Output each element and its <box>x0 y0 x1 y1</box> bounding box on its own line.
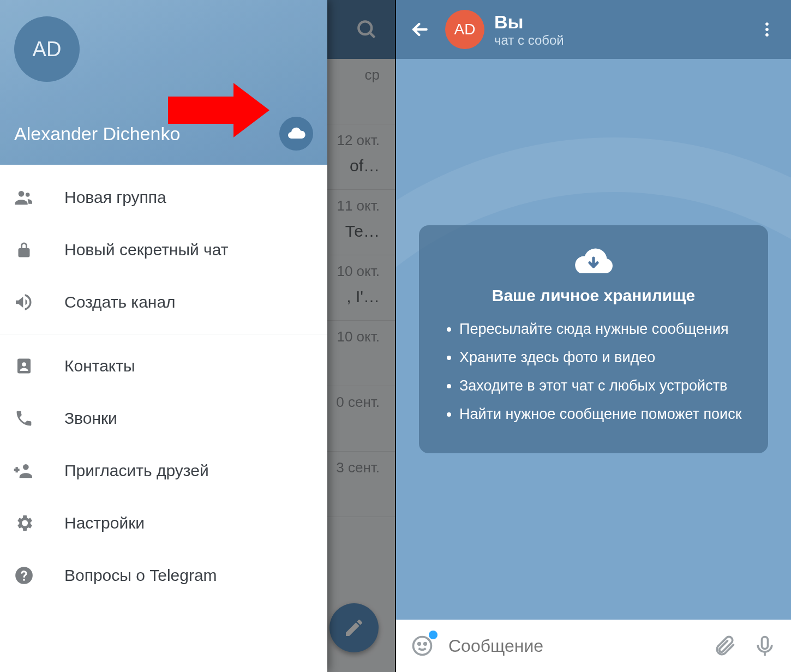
chat-header: AD Вы чат с собой <box>396 0 791 59</box>
right-panel: AD Вы чат с собой Ваше личное хранилище … <box>396 0 791 672</box>
svg-rect-15 <box>762 637 768 649</box>
attach-button[interactable] <box>710 632 739 660</box>
emoji-button[interactable] <box>408 632 436 660</box>
more-vert-icon <box>758 20 776 39</box>
help-icon <box>12 565 36 586</box>
menu-label: Настройки <box>64 514 145 532</box>
svg-point-11 <box>765 33 769 37</box>
menu-label: Пригласить друзей <box>64 461 209 480</box>
svg-point-2 <box>19 191 25 197</box>
menu-invite[interactable]: Пригласить друзей <box>0 445 327 497</box>
menu-secret-chat[interactable]: Новый секретный чат <box>0 224 327 276</box>
storage-tip: Заходите в этот чат с любых устройств <box>459 375 746 398</box>
group-icon <box>12 187 36 208</box>
svg-point-6 <box>23 464 29 470</box>
lock-icon <box>12 240 36 260</box>
invite-icon <box>12 460 36 482</box>
megaphone-icon <box>12 291 36 313</box>
notification-dot <box>429 631 438 639</box>
svg-point-9 <box>765 22 769 26</box>
menu-contacts[interactable]: Контакты <box>0 340 327 392</box>
back-button[interactable] <box>405 14 435 45</box>
drawer-menu: Новая группа Новый секретный чат Создать… <box>0 165 327 672</box>
chat-avatar[interactable]: AD <box>445 10 484 49</box>
avatar-initials: AD <box>454 21 476 38</box>
menu-calls[interactable]: Звонки <box>0 392 327 445</box>
divider <box>0 334 327 334</box>
navigation-drawer: AD Alexander Dichenko Новая группа <box>0 0 327 672</box>
storage-tip: Найти нужное сообщение поможет поиск <box>459 403 746 426</box>
storage-info-card: Ваше личное хранилище Пересылайте сюда н… <box>419 225 768 453</box>
menu-label: Звонки <box>64 409 117 428</box>
drawer-header: AD Alexander Dichenko <box>0 0 327 165</box>
menu-label: Новый секретный чат <box>64 241 228 259</box>
mic-icon <box>753 634 777 658</box>
mic-button[interactable] <box>751 632 779 660</box>
left-panel: ср 12 окт.of… 11 окт.Те… 10 окт., I'… 10… <box>0 0 395 672</box>
menu-new-group[interactable]: Новая группа <box>0 171 327 224</box>
avatar[interactable]: AD <box>14 16 80 82</box>
menu-faq[interactable]: Вопросы о Telegram <box>0 549 327 602</box>
menu-label: Создать канал <box>64 293 176 311</box>
svg-point-3 <box>26 193 30 197</box>
phone-icon <box>12 409 36 428</box>
annotation-arrow <box>168 83 269 137</box>
message-input-bar <box>396 620 791 672</box>
arrow-left-icon <box>409 19 431 40</box>
contacts-icon <box>12 356 36 376</box>
chat-body: Ваше личное хранилище Пересылайте сюда н… <box>396 59 791 620</box>
storage-tip: Храните здесь фото и видео <box>459 346 746 369</box>
storage-title: Ваше личное хранилище <box>441 286 746 305</box>
chat-title: Вы <box>494 11 742 33</box>
storage-tip: Пересылайте сюда нужные сообщения <box>459 318 746 341</box>
svg-point-14 <box>424 643 427 645</box>
saved-messages-cloud-button[interactable] <box>279 117 313 151</box>
more-button[interactable] <box>752 14 782 45</box>
svg-point-13 <box>418 643 421 645</box>
menu-label: Вопросы о Telegram <box>64 566 217 585</box>
svg-point-12 <box>414 637 432 655</box>
avatar-initials: AD <box>33 38 62 61</box>
cloud-icon <box>286 124 306 143</box>
menu-new-channel[interactable]: Создать канал <box>0 276 327 328</box>
menu-label: Новая группа <box>64 188 166 207</box>
gear-icon <box>12 513 36 533</box>
svg-point-10 <box>765 28 769 31</box>
svg-point-5 <box>22 362 26 367</box>
menu-label: Контакты <box>64 357 135 375</box>
paperclip-icon <box>712 634 736 658</box>
chat-subtitle: чат с собой <box>494 33 742 48</box>
message-input[interactable] <box>448 636 698 656</box>
cloud-download-icon <box>441 244 746 280</box>
svg-point-8 <box>23 579 25 581</box>
user-name: Alexander Dichenko <box>14 123 180 145</box>
menu-settings[interactable]: Настройки <box>0 497 327 549</box>
